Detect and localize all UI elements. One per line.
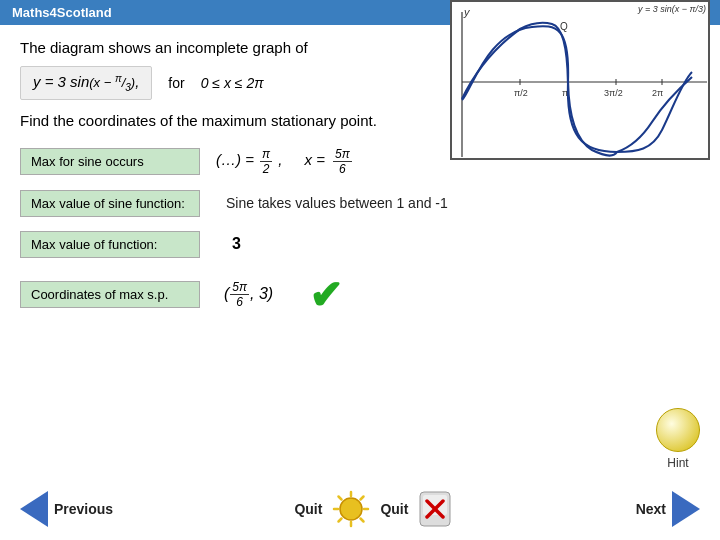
intro-label: The diagram shows an incomplete graph of [20,39,308,56]
label-max-function-text: Max value of function: [31,237,157,252]
arrow-left-icon [20,491,48,527]
sine-note-text: Sine takes values between 1 and -1 [226,195,448,211]
formula-display: y = 3 sin(x − π/3), [20,66,152,100]
quit-area: Quit Quit [294,488,454,530]
hint-area: Hint [656,408,700,470]
formula-line: y = 3 sin(x − π/3), for 0 ≤ x ≤ 2π [20,66,700,100]
formula-range: 0 ≤ x ≤ 2π [201,75,264,91]
hint-ball[interactable] [656,408,700,452]
label-max-sine-function-text: Max value of sine function: [31,196,185,211]
find-label: Find the coordinates of the maximum stat… [20,112,377,129]
svg-text:y: y [463,6,471,18]
svg-line-19 [361,497,364,500]
svg-line-18 [361,519,364,522]
max-value: 3 [232,235,241,253]
label-coordinates: Coordinates of max s.p. [20,281,200,308]
row-coordinates: Coordinates of max s.p. ( 5π 6 , 3) ✔ [20,272,700,318]
cross-icon[interactable] [416,490,454,528]
previous-label: Previous [54,501,113,517]
coord-expr: ( 5π 6 , 3) [224,280,273,309]
svg-rect-22 [423,495,447,515]
row-max-sine-content: (…) = π 2 , x = 5π 6 [216,147,352,176]
row-max-sine-function: Max value of sine function: Sine takes v… [20,190,700,217]
ellipsis-expr: (…) = π 2 , [216,147,282,176]
row-max-sine-occurs: Max for sine occurs (…) = π 2 , x = 5π 6 [20,147,700,176]
label-max-function: Max value of function: [20,231,200,258]
sun-icon[interactable] [330,488,372,530]
formula-for: for [168,75,184,91]
previous-button[interactable]: Previous [20,491,113,527]
next-label: Next [636,501,666,517]
formula-text: y = 3 sin(x − π/3), [33,73,139,90]
label-max-sine: Max for sine occurs [20,148,200,175]
hint-label[interactable]: Hint [667,456,688,470]
app-title: Maths4Scotland [12,5,112,20]
next-button[interactable]: Next [636,491,700,527]
svg-line-20 [339,519,342,522]
graph-label: y = 3 sin(x − π/3) [638,4,706,14]
svg-point-12 [340,498,362,520]
quit1-label[interactable]: Quit [294,501,322,517]
svg-line-17 [339,497,342,500]
label-coordinates-text: Coordinates of max s.p. [31,287,168,302]
arrow-right-icon [672,491,700,527]
label-max-sine-function: Max value of sine function: [20,190,200,217]
checkmark-icon: ✔ [309,272,343,318]
row-max-function-content: 3 [216,235,241,253]
x-expr: x = 5π 6 [304,147,351,176]
row-sine-note: Sine takes values between 1 and -1 [216,195,448,211]
row-max-function: Max value of function: 3 [20,231,700,258]
bottom-nav: Previous Quit Quit Next [0,488,720,530]
find-text: Find the coordinates of the maximum stat… [20,110,420,131]
quit2-label[interactable]: Quit [380,501,408,517]
main-content: The diagram shows an incomplete graph of… [0,25,720,342]
label-max-sine-text: Max for sine occurs [31,154,144,169]
intro-text: The diagram shows an incomplete graph of [20,39,700,56]
row-coord-content: ( 5π 6 , 3) ✔ [216,272,343,318]
